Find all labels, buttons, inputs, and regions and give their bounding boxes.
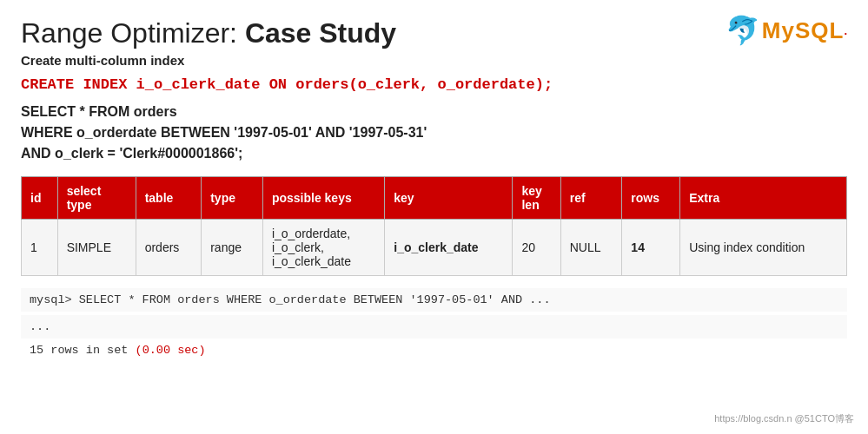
select-sql-block: SELECT * FROM orders WHERE o_orderdate B…	[21, 102, 847, 164]
col-key: key	[385, 177, 513, 220]
col-type: type	[202, 177, 263, 220]
cell-id: 1	[22, 220, 58, 276]
cell-type: range	[202, 220, 263, 276]
result-text: 15 rows in set	[30, 344, 136, 357]
bottom-cont-text: ...	[30, 320, 50, 333]
sql-line-1: SELECT * FROM orders	[21, 102, 847, 122]
title-block: Range Optimizer: Case Study Create multi…	[21, 17, 396, 76]
col-key-len: keylen	[513, 177, 560, 220]
sql-line-3: AND o_clerk = 'Clerk#000001866';	[21, 143, 847, 164]
create-index-sql: CREATE INDEX i_o_clerk_date ON orders(o_…	[21, 76, 847, 93]
sql-line-2: WHERE o_orderdate BETWEEN '1997-05-01' A…	[21, 122, 847, 143]
mysql-logo-text: MySQL	[762, 17, 845, 44]
bottom-sql-text: mysql> SELECT * FROM orders WHERE o_orde…	[30, 293, 551, 306]
cell-table: orders	[136, 220, 202, 276]
cell-key-len: 20	[513, 220, 560, 276]
cell-rows: 14	[622, 220, 680, 276]
col-possible-keys: possible keys	[262, 177, 384, 220]
table-header-row: id selecttype table type possible keys k…	[22, 177, 847, 220]
mysql-logo: 🐬 MySQL .	[726, 14, 847, 47]
col-ref: ref	[560, 177, 622, 220]
cell-ref: NULL	[560, 220, 622, 276]
col-rows: rows	[622, 177, 680, 220]
cell-possible-keys: i_o_orderdate,i_o_clerk,i_o_clerk_date	[262, 220, 384, 276]
table-row: 1 SIMPLE orders range i_o_orderdate,i_o_…	[22, 220, 847, 276]
cell-select-type: SIMPLE	[57, 220, 136, 276]
result-time: (0.00 sec)	[136, 344, 206, 357]
cell-key: i_o_clerk_date	[385, 220, 513, 276]
header-area: Range Optimizer: Case Study Create multi…	[21, 17, 847, 76]
col-id: id	[22, 177, 58, 220]
dolphin-icon: 🐬	[726, 14, 760, 47]
title-prefix: Range Optimizer:	[21, 17, 245, 49]
bottom-result: 15 rows in set (0.00 sec)	[21, 342, 847, 358]
cell-extra: Using index condition	[680, 220, 847, 276]
watermark: https://blog.csdn.n @51CTO博客	[714, 412, 854, 425]
col-table: table	[136, 177, 202, 220]
explain-table: id selecttype table type possible keys k…	[21, 176, 847, 276]
col-extra: Extra	[680, 177, 847, 220]
mysql-registered: .	[844, 24, 847, 37]
bottom-continuation: ...	[21, 315, 847, 339]
col-select-type: selecttype	[57, 177, 136, 220]
bottom-sql: mysql> SELECT * FROM orders WHERE o_orde…	[21, 288, 847, 312]
page-title: Range Optimizer: Case Study	[21, 17, 396, 49]
title-suffix: Case Study	[245, 17, 396, 49]
subtitle: Create multi-column index	[21, 53, 396, 68]
